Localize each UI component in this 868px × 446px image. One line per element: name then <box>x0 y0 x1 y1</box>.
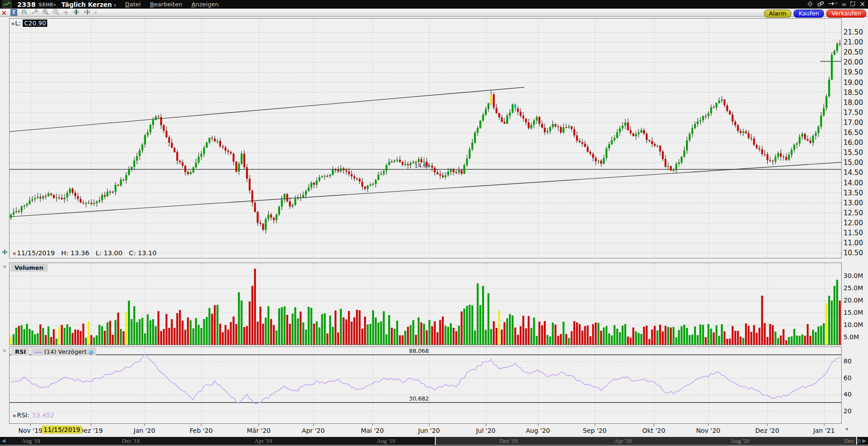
date-label: Mär '20 <box>241 427 277 434</box>
axis-tick-label: 5.0M <box>843 333 859 341</box>
date-label: Jun '20 <box>411 427 447 434</box>
axis-tick-label: 13.50 <box>843 189 863 197</box>
text-tool-icon[interactable]: T <box>10 9 17 16</box>
scrollbar-date-label: Aug '18 <box>10 437 51 445</box>
menu-anzeigen[interactable]: Anzeigen <box>192 1 219 8</box>
date-tick <box>708 424 709 426</box>
scrollbar-date-label: Aug '19 <box>365 437 406 445</box>
date-tick <box>486 424 486 426</box>
scrollbar-date-label: Dez '18 <box>110 437 151 445</box>
tool-dropdown-icon[interactable]: ▾ <box>94 10 97 15</box>
date-tick <box>91 424 91 426</box>
rsi-title[interactable]: RSI <box>11 348 30 356</box>
date-axis[interactable]: 11/15/2019 ◆ Nov '19Dez '19Jan '20Feb '2… <box>0 424 868 436</box>
date-tick <box>654 424 654 426</box>
scroll-right-icon[interactable]: ▶ <box>861 437 868 445</box>
volume-bars-layer <box>10 269 841 345</box>
axis-tick-label: 14.00 <box>843 179 863 187</box>
axis-tick-label: 10.50 <box>843 249 863 257</box>
date-label: Jan '20 <box>126 427 163 434</box>
chart-type-icon[interactable] <box>21 9 28 16</box>
close-icon[interactable]: × <box>859 0 865 9</box>
date-label: Jul '20 <box>468 427 504 434</box>
date-label: Dez '20 <box>749 427 785 434</box>
axis-tick-label: 20 <box>843 407 852 415</box>
rsi-upper-line-label: 88,068 <box>409 347 429 354</box>
axis-tick-label: 16.00 <box>843 139 863 147</box>
date-label: Nov '20 <box>690 427 726 434</box>
date-tick <box>30 424 31 426</box>
drawing-toolbar: × T + ▾ <box>0 9 868 17</box>
date-label: Okt '20 <box>636 427 672 434</box>
volume-pane[interactable]: Volumen <box>9 263 842 345</box>
exchange-caret-icon[interactable]: ▾ <box>54 2 56 7</box>
symbol-label[interactable]: 2338 <box>17 1 36 8</box>
scroll-left-icon[interactable]: ◀ <box>0 437 7 445</box>
rsi-pane[interactable]: RSI (14) Verzögert 88,068 30,682 ×RSI:53… <box>9 347 842 424</box>
alarm-button[interactable]: Alarm <box>764 10 791 18</box>
remove-rsi-icon[interactable]: × <box>12 413 16 419</box>
date-tick <box>144 424 145 426</box>
rsi-readout: ×RSI:53.452 <box>12 411 61 419</box>
pointer-tool-icon[interactable] <box>31 9 39 16</box>
date-tick <box>259 424 259 426</box>
exchange-label[interactable]: SEHK <box>39 2 54 8</box>
rsi-chart <box>10 347 841 423</box>
date-label: Feb '20 <box>183 427 219 434</box>
scrollbar-date-label: Apr '20 <box>602 437 643 445</box>
date-tick <box>767 424 768 426</box>
collapse-panes-icon[interactable] <box>84 9 91 16</box>
hovered-date-tooltip: 11/15/2019 <box>42 426 82 434</box>
rsi-header: RSI (14) Verzögert <box>11 348 96 356</box>
rsi-pane-close-icon[interactable]: × <box>2 347 7 354</box>
price-chart-pane[interactable]: ×L:C20.90 ×11/15/2019H: 13.36L: 13.00C: … <box>9 18 842 258</box>
minimize-icon[interactable]: = <box>842 0 847 9</box>
axis-tick-label: 15.00 <box>843 159 863 167</box>
maximize-icon[interactable] <box>850 1 855 8</box>
horizontal-level-label[interactable]: 14.67 <box>414 163 430 169</box>
menu-datei[interactable]: Datei <box>125 1 141 8</box>
scrollbar-date-label: Apr '19 <box>243 437 284 445</box>
link-icon[interactable] <box>817 1 824 8</box>
date-tick <box>372 424 373 426</box>
axis-tick-label: 60 <box>843 374 852 382</box>
candles-layer <box>10 44 841 230</box>
axis-tick-label: 10.0M <box>843 321 863 328</box>
date-tick <box>824 424 824 426</box>
remove-readout-icon[interactable]: × <box>12 251 16 257</box>
time-scrollbar[interactable]: ◀ ▶ Aug '18Dez '18Apr '19Aug '19Dez '19A… <box>0 437 868 445</box>
buy-button[interactable]: Kaufen <box>794 10 824 18</box>
date-tick <box>538 424 538 426</box>
remove-indicator-icon[interactable]: × <box>11 21 15 27</box>
app-logo-icon <box>2 0 12 8</box>
date-label: Mai '20 <box>354 427 390 434</box>
volume-pane-close-icon[interactable]: × <box>2 263 7 270</box>
candlestick-chart <box>10 19 841 258</box>
pin-icon[interactable] <box>829 1 838 8</box>
axis-tick-label: 15.0M <box>843 309 863 316</box>
ohlc-readout: ×11/15/2019H: 13.36L: 13.00C: 13.10 <box>12 249 163 257</box>
timeframe-selector[interactable]: Täglich Kerzen <box>61 1 112 8</box>
menu-bearbeiten[interactable]: Bearbeiten <box>150 1 182 8</box>
zoom-in-icon[interactable] <box>42 9 49 17</box>
close-tool-icon[interactable]: × <box>1 9 7 16</box>
sell-button[interactable]: Verkaufen <box>826 10 866 18</box>
axis-anchor-icon[interactable]: ◆ <box>845 426 848 431</box>
rsi-legend[interactable]: (14) Verzögert <box>31 348 96 356</box>
zoom-out-icon[interactable] <box>53 9 59 17</box>
axis-tick-label: 20.0M <box>843 297 863 304</box>
timeframe-caret-icon[interactable]: ▾ <box>113 3 116 8</box>
date-label: Apr '20 <box>295 427 331 434</box>
expand-panes-icon[interactable] <box>73 9 80 16</box>
axis-tick-label: 21.50 <box>843 28 863 36</box>
axis-tick-label: 20.50 <box>843 48 863 56</box>
pane-handle-icon[interactable] <box>1 249 8 256</box>
rsi-axis[interactable]: 80604020 <box>843 347 868 423</box>
axis-tick-label: 11.00 <box>843 239 863 247</box>
axis-tick-label: 14.50 <box>843 168 863 177</box>
gear-icon[interactable] <box>807 1 813 8</box>
window-controls: = × <box>807 0 865 9</box>
crosshair-tool-icon[interactable]: + <box>63 9 69 16</box>
volume-axis[interactable]: 30.0M25.0M20.0M15.0M10.0M5.0M <box>843 263 868 344</box>
price-axis[interactable]: 21.5021.0020.5020.0019.5019.0018.5018.00… <box>843 18 868 258</box>
